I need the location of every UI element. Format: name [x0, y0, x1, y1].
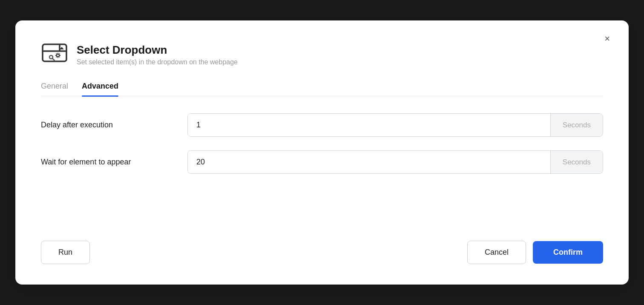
svg-rect-0: [43, 44, 66, 61]
svg-line-14: [56, 57, 57, 57]
svg-line-13: [59, 54, 60, 54]
delay-input[interactable]: [188, 114, 550, 136]
svg-line-12: [59, 57, 60, 57]
dialog-subtitle: Set selected item(s) in the dropdown on …: [77, 58, 238, 66]
confirm-button[interactable]: Confirm: [533, 241, 603, 264]
tab-general[interactable]: General: [41, 82, 68, 96]
dialog: ×: [15, 20, 629, 285]
delay-input-group: Seconds: [187, 113, 603, 137]
svg-line-11: [56, 54, 57, 54]
close-icon: ×: [604, 33, 610, 44]
run-button[interactable]: Run: [41, 241, 90, 264]
tab-bar: General Advanced: [41, 82, 603, 96]
wait-label: Wait for element to appear: [41, 158, 177, 167]
dialog-icon: [41, 41, 68, 68]
dialog-header: Select Dropdown Set selected item(s) in …: [41, 41, 603, 68]
close-button[interactable]: ×: [601, 32, 613, 45]
svg-line-5: [52, 58, 55, 60]
wait-unit-label: Seconds: [550, 151, 603, 173]
cancel-button[interactable]: Cancel: [467, 241, 526, 264]
title-block: Select Dropdown Set selected item(s) in …: [77, 43, 238, 66]
wait-row: Wait for element to appear Seconds: [41, 150, 603, 174]
footer-right: Cancel Confirm: [467, 241, 603, 264]
wait-input[interactable]: [188, 151, 550, 173]
dialog-title: Select Dropdown: [77, 43, 238, 57]
delay-label: Delay after execution: [41, 121, 177, 129]
form-section: Delay after execution Seconds Wait for e…: [41, 113, 603, 224]
delay-unit-label: Seconds: [550, 114, 603, 136]
select-dropdown-icon: [41, 41, 68, 68]
dialog-overlay: ×: [0, 0, 644, 305]
delay-row: Delay after execution Seconds: [41, 113, 603, 137]
wait-input-group: Seconds: [187, 150, 603, 174]
dialog-footer: Run Cancel Confirm: [41, 241, 603, 264]
tab-advanced[interactable]: Advanced: [82, 82, 118, 96]
